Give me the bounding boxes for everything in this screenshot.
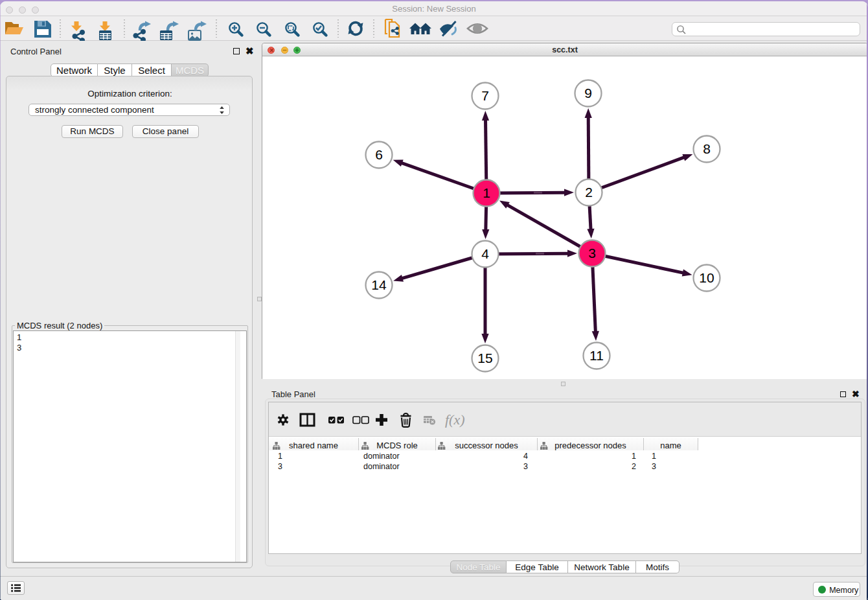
svg-text:6: 6	[375, 147, 383, 162]
svg-text:11: 11	[589, 348, 604, 363]
svg-text:15: 15	[477, 351, 492, 365]
svg-text:f(x): f(x)	[445, 411, 465, 428]
svg-text:3: 3	[588, 246, 596, 260]
svg-text:7: 7	[481, 88, 489, 103]
svg-text:9: 9	[584, 86, 592, 100]
svg-text:14: 14	[371, 277, 387, 292]
svg-text:2: 2	[585, 185, 593, 200]
svg-text:1: 1	[483, 185, 490, 200]
svg-text:10: 10	[699, 270, 714, 285]
svg-text:4: 4	[481, 246, 489, 261]
svg-text:8: 8	[703, 141, 711, 156]
